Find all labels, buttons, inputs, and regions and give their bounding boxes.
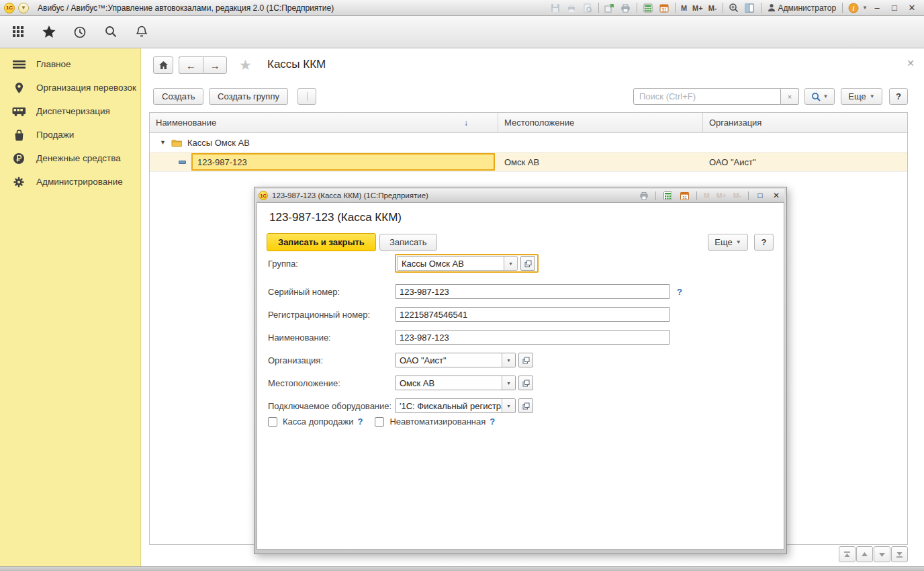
dialog-titlebar[interactable]: 1С 123-987-123 (Касса ККМ) (1С:Предприят… — [257, 189, 784, 202]
1c-logo-icon: 1С — [4, 3, 15, 13]
forward-button[interactable]: → — [203, 56, 227, 74]
sidebar-item-administration[interactable]: Администрирование — [0, 170, 140, 193]
dropdown-arrow-icon[interactable]: ▾ — [504, 257, 517, 270]
search-dropdown-icon: ▼ — [823, 93, 829, 99]
memory-subtract-button[interactable]: М- — [706, 4, 719, 12]
sort-descending-icon: ↓ — [464, 118, 468, 128]
main-menu-button[interactable]: ▼ — [18, 3, 29, 13]
sidebar-item-dispatching[interactable]: Диспетчеризация — [0, 99, 140, 123]
current-user[interactable]: Администратор — [765, 3, 839, 13]
dropdown-arrow-icon[interactable]: ▾ — [502, 376, 515, 390]
save-icon — [548, 1, 563, 14]
go-up-button[interactable] — [856, 546, 873, 562]
field-row-equipment: Подключаемое оборудование: '1С: Фискальн… — [268, 398, 533, 414]
open-reference-button[interactable] — [518, 376, 533, 390]
info-icon[interactable]: i — [846, 1, 861, 14]
home-button[interactable] — [153, 56, 173, 74]
dropdown-arrow-icon[interactable]: ▾ — [502, 353, 515, 367]
selected-cell[interactable]: 123-987-123 — [191, 153, 495, 171]
back-button[interactable]: ← — [179, 56, 203, 74]
checkbox-help-link[interactable]: ? — [490, 416, 495, 427]
item-name: 123-987-123 — [197, 157, 247, 167]
checkbox-help-link[interactable]: ? — [357, 416, 363, 427]
favorites-star-icon[interactable] — [40, 24, 58, 41]
sidebar-item-cash-funds[interactable]: Денежные средства — [0, 146, 140, 170]
dropdown-arrow-icon[interactable]: ▾ — [502, 399, 515, 412]
dialog-close-button[interactable]: ✕ — [770, 191, 782, 200]
resale-cashbox-checkbox[interactable] — [268, 417, 277, 427]
minimize-button[interactable]: – — [869, 3, 885, 13]
field-label: Серийный номер: — [268, 287, 395, 297]
favorite-toggle-star[interactable]: ★ — [239, 57, 252, 73]
search-clear-button[interactable]: × — [781, 88, 799, 105]
dialog-maximize-button[interactable]: □ — [754, 191, 766, 200]
catalog-item-icon — [179, 161, 186, 164]
expander-icon[interactable]: ▼ — [160, 139, 166, 146]
equipment-combo[interactable]: '1С: Фискальный регистра ▾ — [395, 398, 516, 413]
list-scroll-buttons — [839, 546, 908, 562]
create-group-button[interactable]: Создать группу — [209, 88, 288, 105]
table-row-item-selected[interactable]: 123-987-123 Омск АВ ОАО "Аист" — [150, 152, 907, 172]
maximize-button[interactable]: □ — [886, 3, 903, 13]
column-header-organization[interactable]: Организация — [702, 113, 907, 132]
help-button[interactable]: ? — [889, 88, 908, 105]
copy-item-button[interactable] — [297, 88, 316, 105]
sidebar-item-main[interactable]: Главное — [0, 52, 140, 76]
close-window-button[interactable]: ✕ — [904, 3, 920, 13]
zoom-icon[interactable] — [727, 1, 741, 14]
field-help-link[interactable]: ? — [677, 287, 682, 297]
open-in-form-icon — [524, 260, 532, 267]
location-combo[interactable]: Омск АВ ▾ — [395, 376, 516, 390]
close-page-button[interactable]: ✕ — [907, 58, 915, 69]
separator — [761, 3, 761, 13]
more-button[interactable]: Еще ▼ — [841, 88, 882, 105]
sidebar-item-transport-organization[interactable]: Организация перевозок — [0, 76, 140, 99]
non-automated-checkbox[interactable] — [375, 417, 384, 427]
save-button[interactable]: Записать — [379, 234, 437, 251]
search-group: × — [633, 88, 799, 105]
open-reference-button[interactable] — [520, 256, 535, 271]
folder-icon — [171, 138, 182, 147]
print-settings-icon[interactable] — [637, 190, 650, 201]
more-dropdown-icon: ▼ — [736, 239, 741, 245]
dialog-more-button[interactable]: Еще ▼ — [708, 234, 748, 251]
table-row-group[interactable]: ▼ Кассы Омск АВ — [150, 133, 907, 152]
search-input[interactable] — [633, 88, 781, 105]
separator — [655, 191, 656, 200]
search-icon[interactable] — [102, 24, 120, 41]
split-view-icon[interactable] — [743, 1, 757, 14]
organization-combo[interactable]: ОАО "Аист" ▾ — [395, 353, 516, 367]
open-reference-button[interactable] — [518, 353, 533, 367]
import-data-icon[interactable] — [602, 1, 617, 14]
go-down-button[interactable] — [874, 546, 890, 562]
registration-number-input[interactable] — [395, 307, 670, 322]
open-reference-button[interactable] — [518, 398, 533, 413]
memory-recall-button[interactable]: М — [679, 4, 689, 12]
memory-add-button[interactable]: М+ — [690, 4, 705, 12]
print-icon-disabled — [564, 1, 579, 14]
notifications-bell-icon[interactable] — [133, 24, 150, 41]
search-button[interactable]: ▼ — [804, 88, 835, 105]
open-in-form-icon — [522, 380, 530, 387]
sidebar-item-sales[interactable]: Продажи — [0, 123, 140, 146]
go-to-top-button[interactable] — [839, 546, 856, 562]
group-combo[interactable]: Кассы Омск АВ ▾ — [397, 256, 518, 271]
go-to-bottom-button[interactable] — [891, 546, 908, 562]
calendar-icon[interactable]: 31 — [657, 1, 672, 14]
info-dropdown-icon[interactable]: ▼ — [862, 5, 868, 11]
print-settings-icon[interactable] — [618, 1, 633, 14]
calculator-icon[interactable] — [641, 1, 655, 14]
save-and-close-button[interactable]: Записать и закрыть — [267, 233, 376, 251]
menu-lines-icon — [12, 58, 26, 71]
create-button[interactable]: Создать — [153, 88, 203, 105]
column-header-location[interactable]: Местоположение — [498, 113, 702, 132]
calculator-icon[interactable] — [661, 190, 674, 201]
calendar-icon[interactable]: 31 — [678, 190, 691, 201]
history-icon[interactable] — [71, 24, 89, 41]
column-header-name[interactable]: Наименование ↓ — [150, 113, 498, 132]
serial-number-input[interactable] — [395, 284, 670, 299]
name-input[interactable] — [395, 330, 670, 345]
svg-text:31: 31 — [661, 7, 667, 11]
sections-grid-icon[interactable] — [9, 24, 27, 41]
dialog-help-button[interactable]: ? — [754, 234, 774, 251]
